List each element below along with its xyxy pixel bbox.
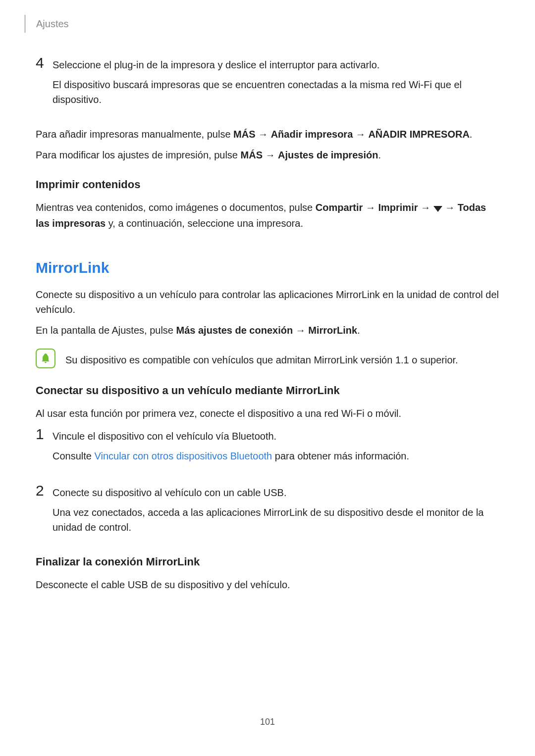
dropdown-icon [433, 201, 442, 216]
arrow: → [363, 202, 378, 213]
heading-mirrorlink: MirrorLink [36, 259, 499, 276]
arrow: → [442, 202, 458, 213]
step-4: 4 Seleccione el plug-in de la impresora … [36, 55, 499, 112]
step-number: 2 [36, 483, 53, 540]
step-number: 1 [36, 427, 53, 468]
text: Para modificar los ajustes de impresión,… [36, 150, 241, 160]
arrow: → [263, 150, 278, 160]
menu-ajustes-impresion: Ajustes de impresión [278, 150, 378, 160]
mirrorlink-intro: Conecte su dispositivo a un vehículo par… [36, 287, 499, 317]
step1-line1: Vincule el dispositivo con el vehículo v… [53, 429, 499, 444]
menu-mas: MÁS [241, 150, 263, 160]
heading-imprimir-contenidos: Imprimir contenidos [36, 178, 499, 191]
text: Para añadir impresoras manualmente, puls… [36, 129, 233, 140]
text: En la pantalla de Ajustes, pulse [36, 325, 176, 336]
step-body: Conecte su dispositivo al vehículo con u… [53, 483, 499, 540]
step-body: Vincule el dispositivo con el vehículo v… [53, 427, 499, 468]
mirrorlink-path: En la pantalla de Ajustes, pulse Más aju… [36, 323, 499, 338]
note-block: Su dispositivo es compatible con vehícul… [36, 349, 499, 368]
menu-compartir: Compartir [316, 202, 363, 213]
arrow: → [418, 202, 433, 213]
header-section: Ajustes [36, 18, 69, 30]
add-printer-paragraph: Para añadir impresoras manualmente, puls… [36, 127, 499, 142]
svg-marker-0 [433, 206, 442, 212]
arrow: → [256, 129, 271, 140]
text: y, a continuación, seleccione una impres… [106, 218, 303, 229]
imprimir-contenidos-paragraph: Mientras vea contenidos, como imágenes o… [36, 200, 499, 231]
step-1: 1 Vincule el dispositivo con el vehículo… [36, 427, 499, 468]
step4-line2: El dispositivo buscará impresoras que se… [53, 77, 499, 107]
menu-anadir-impresora: Añadir impresora [271, 129, 353, 140]
text: para obtener más información. [272, 451, 409, 461]
heading-conectar-vehiculo: Conectar su dispositivo a un vehículo me… [36, 384, 499, 397]
bluetooth-pairing-link[interactable]: Vincular con otros dispositivos Bluetoot… [95, 451, 272, 461]
menu-mas: MÁS [233, 129, 255, 140]
step1-line2: Consulte Vincular con otros dispositivos… [53, 449, 499, 463]
arrow: → [353, 129, 368, 140]
page-number: 101 [0, 717, 535, 727]
heading-finalizar-conexion: Finalizar la conexión MirrorLink [36, 555, 499, 568]
print-settings-paragraph: Para modificar los ajustes de impresión,… [36, 148, 499, 162]
page: Ajustes 4 Seleccione el plug-in de la im… [0, 0, 535, 756]
conectar-intro: Al usar esta función por primera vez, co… [36, 406, 499, 421]
header-bar: Ajustes [25, 15, 69, 33]
content: 4 Seleccione el plug-in de la impresora … [36, 55, 499, 592]
text: . [357, 325, 360, 336]
text: . [378, 150, 381, 160]
bell-icon [36, 349, 55, 368]
step-body: Seleccione el plug-in de la impresora y … [53, 55, 499, 112]
text: Consulte [53, 451, 95, 461]
step2-line1: Conecte su dispositivo al vehículo con u… [53, 485, 499, 500]
menu-imprimir: Imprimir [378, 202, 418, 213]
finalizar-paragraph: Desconecte el cable USB de su dispositiv… [36, 577, 499, 592]
text: Mientras vea contenidos, como imágenes o… [36, 202, 316, 213]
step4-line1: Seleccione el plug-in de la impresora y … [53, 57, 499, 72]
text: . [470, 129, 473, 140]
note-text: Su dispositivo es compatible con vehícul… [65, 349, 458, 367]
menu-mas-ajustes-conexion: Más ajustes de conexión [176, 325, 293, 336]
menu-anadir-impresora-caps: AÑADIR IMPRESORA [368, 129, 469, 140]
step2-line2: Una vez conectados, acceda a las aplicac… [53, 505, 499, 535]
step-2: 2 Conecte su dispositivo al vehículo con… [36, 483, 499, 540]
step-number: 4 [36, 55, 53, 112]
menu-mirrorlink: MirrorLink [308, 325, 357, 336]
arrow: → [293, 325, 308, 336]
